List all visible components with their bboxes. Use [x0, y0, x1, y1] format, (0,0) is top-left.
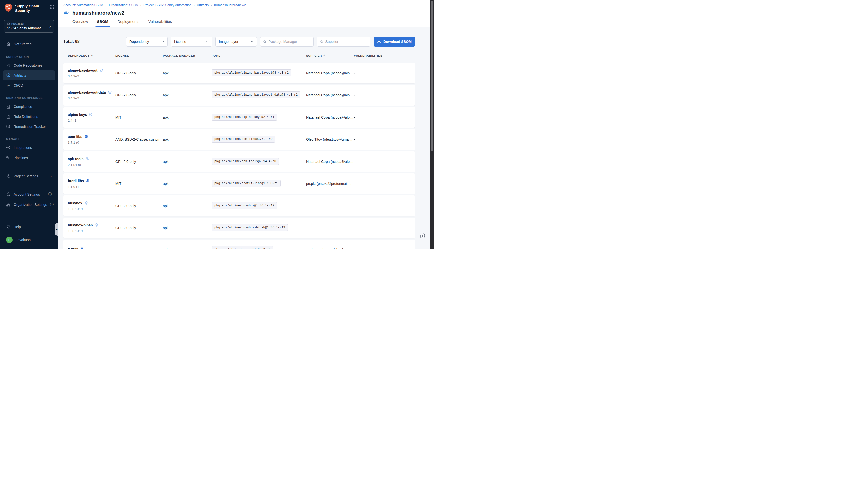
- column-header-package-manager: PACKAGE MANAGER: [163, 54, 212, 57]
- supplier-cell: Carlo Landmeter (clandmet...: [306, 248, 354, 249]
- sidebar-item-remediation-tracker[interactable]: Remediation Tracker: [0, 122, 58, 132]
- gear-icon: [6, 174, 11, 179]
- purl-value[interactable]: pkg:apk/alpine/alpine-baselayout-data@3.…: [212, 91, 301, 99]
- page-scrollbar[interactable]: [430, 0, 434, 249]
- download-sbom-button[interactable]: Download SBOM: [374, 37, 415, 47]
- purl-value[interactable]: pkg:apk/alpine/alpine-baselayout@3.4.3-r…: [212, 69, 291, 76]
- sidebar-item-code-repositories[interactable]: Code Repositories: [0, 60, 58, 70]
- document-search-icon: [6, 104, 11, 109]
- layers-icon: [89, 113, 93, 116]
- integrations-icon: [6, 145, 11, 150]
- sidebar-item-label: CI/CD: [14, 83, 23, 88]
- dependency-filter-select[interactable]: Dependency: [126, 37, 168, 47]
- sbom-table-body: alpine-baselayout 3.4.3-r2 GPL-2.0-only …: [63, 63, 415, 249]
- license-filter-select[interactable]: License: [171, 37, 212, 47]
- supplier-search: [317, 37, 371, 47]
- chevron-down-icon: [161, 40, 164, 43]
- table-row[interactable]: alpine-baselayout 3.4.3-r2 GPL-2.0-only …: [63, 63, 415, 83]
- sidebar-item-label: Get Started: [14, 42, 32, 46]
- shield-logo-icon: [4, 3, 13, 13]
- search-icon: [263, 40, 266, 44]
- purl-value[interactable]: pkg:apk/alpine/c-ares@1.27.0-r0: [212, 246, 273, 249]
- sidebar-item-project-settings[interactable]: Project Settings ›: [0, 171, 58, 181]
- sidebar-item-cicd[interactable]: ∞ CI/CD: [0, 80, 58, 90]
- sidebar-divider: [3, 167, 54, 167]
- sidebar-item-rule-definitions[interactable]: Rule Definitions: [0, 112, 58, 122]
- page-header: Account: Automation-SSCA › Organization:…: [58, 0, 430, 27]
- vulnerabilities-cell: -: [354, 93, 415, 97]
- vulnerabilities-cell: -: [354, 204, 415, 208]
- tab-sbom[interactable]: SBOM: [97, 19, 108, 27]
- main-area: Account: Automation-SSCA › Organization:…: [58, 0, 430, 249]
- purl-value[interactable]: pkg:apk/alpine/busybox@1.36.1-r19: [212, 202, 277, 209]
- vulnerabilities-cell: -: [354, 226, 415, 230]
- table-row[interactable]: brotli-libs 1.1.0-r1 MIT apk pkg:apk/alp…: [63, 173, 415, 194]
- table-row[interactable]: busybox-binsh 1.36.1-r19 GPL-2.0-only ap…: [63, 218, 415, 238]
- total-count: Total: 68: [63, 39, 80, 44]
- breadcrumb-organization[interactable]: Organization: SSCA: [109, 3, 138, 7]
- sidebar-collapse-handle[interactable]: ◀: [55, 223, 58, 236]
- vulnerabilities-cell: -: [354, 159, 415, 163]
- chevron-right-icon: ›: [193, 3, 195, 7]
- package-manager-search-input[interactable]: [268, 40, 311, 44]
- breadcrumb-project[interactable]: Project: SSCA Sanity Automation: [143, 3, 191, 7]
- sidebar-item-compliance[interactable]: Compliance: [0, 102, 58, 112]
- sidebar-item-account-settings[interactable]: Account Settings ⓘ: [0, 189, 58, 199]
- sidebar-item-artifacts[interactable]: Artifacts: [2, 70, 55, 80]
- table-row[interactable]: c-ares MIT apk pkg:apk/alpine/c-ares@1.2…: [63, 240, 415, 249]
- sidebar-item-pipelines[interactable]: Pipelines: [0, 153, 58, 163]
- package-manager-search: [260, 37, 314, 47]
- chat-feedback-icon[interactable]: [420, 233, 427, 239]
- table-row[interactable]: aom-libs 3.7.1-r0 AND, BSD-2-Clause, cus…: [63, 129, 415, 150]
- breadcrumb-artifacts[interactable]: Artifacts: [197, 3, 209, 7]
- infinity-icon: ∞: [6, 83, 11, 88]
- purl-value[interactable]: pkg:apk/alpine/apk-tools@2.14.4-r0: [212, 158, 279, 165]
- column-header-dependency[interactable]: DEPENDENCY ▼: [68, 54, 115, 57]
- dependency-name: brotli-libs: [68, 179, 84, 183]
- column-header-supplier[interactable]: SUPPLIER ▲▼: [306, 54, 354, 57]
- purl-value[interactable]: pkg:apk/alpine/aom-libs@3.7.1-r0: [212, 136, 275, 143]
- package-manager-cell: apk: [163, 93, 212, 97]
- table-row[interactable]: apk-tools 2.14.4-r0 GPL-2.0-only apk pkg…: [63, 151, 415, 172]
- download-icon: [377, 40, 381, 44]
- table-row[interactable]: busybox 1.36.1-r19 GPL-2.0-only apk pkg:…: [63, 196, 415, 216]
- sidebar-item-organization-settings[interactable]: Organization Settings ⓘ: [0, 199, 58, 210]
- breadcrumb-account[interactable]: Account: Automation-SSCA: [63, 3, 103, 7]
- package-manager-cell: apk: [163, 137, 212, 142]
- table-row[interactable]: alpine-baselayout-data 3.4.3-r2 GPL-2.0-…: [63, 85, 415, 106]
- sidebar-item-integrations[interactable]: Integrations: [0, 143, 58, 153]
- sidebar-item-label: Organization Settings: [14, 202, 47, 207]
- project-selector[interactable]: PROJECT SSCA Sanity Automat... ›: [3, 20, 54, 32]
- chevron-right-icon: ›: [106, 3, 106, 7]
- sidebar: Supply Chain Security PROJECT: [0, 0, 58, 249]
- layers-icon: [108, 90, 112, 94]
- vulnerabilities-cell: -: [354, 137, 415, 142]
- scrollbar-thumb[interactable]: [431, 0, 433, 151]
- sidebar-item-label: Rule Definitions: [14, 115, 38, 119]
- tab-vulnerabilities[interactable]: Vulnerabilities: [148, 19, 172, 27]
- toolbar: Total: 68 Dependency License: [63, 37, 415, 47]
- sidebar-divider: [3, 185, 54, 185]
- purl-value[interactable]: pkg:apk/alpine/busybox-binsh@1.36.1-r19: [212, 224, 288, 231]
- info-icon: ⓘ: [48, 192, 52, 197]
- supplier-cell: Natanael Copa (ncopa@alpi...: [306, 71, 354, 75]
- table-row[interactable]: alpine-keys 2.4-r1 MIT apk pkg:apk/alpin…: [63, 107, 415, 128]
- image-layer-filter-select[interactable]: Image Layer: [215, 37, 257, 47]
- organization-settings-icon: [6, 202, 11, 207]
- tab-deployments[interactable]: Deployments: [118, 19, 139, 27]
- purl-value[interactable]: pkg:apk/alpine/alpine-keys@2.4-r1: [212, 114, 277, 121]
- license-cell: MIT: [115, 182, 163, 186]
- tab-overview[interactable]: Overview: [72, 19, 88, 27]
- sidebar-item-help[interactable]: Help: [0, 222, 58, 232]
- app-window: Supply Chain Security PROJECT: [0, 0, 434, 249]
- section-supply-chain: SUPPLY CHAIN: [0, 55, 58, 58]
- layers-icon: [84, 201, 88, 205]
- purl-value[interactable]: pkg:apk/alpine/brotli-libs@1.1.0-r1: [212, 180, 281, 187]
- column-header-vulnerabilities: VULNERABILITIES: [354, 54, 415, 57]
- supplier-search-input[interactable]: [325, 40, 368, 44]
- sidebar-item-get-started[interactable]: Get Started: [0, 39, 58, 49]
- sidebar-item-user[interactable]: L Lavakush: [0, 235, 58, 245]
- accent-bar: [0, 16, 58, 16]
- app-grid-icon[interactable]: [50, 5, 54, 9]
- breadcrumb-current[interactable]: humanshuarora/new2: [214, 3, 246, 7]
